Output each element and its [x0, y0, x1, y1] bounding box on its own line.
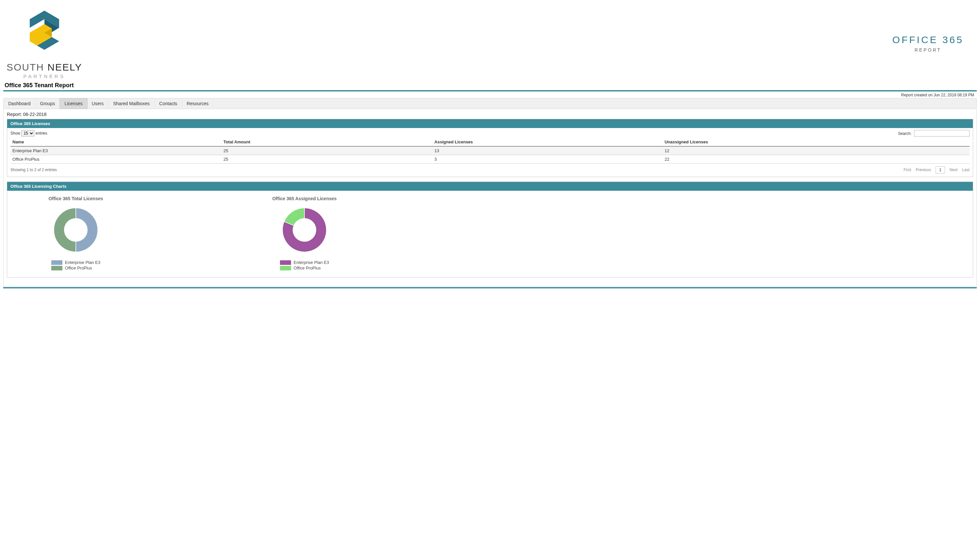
- table-footer: Showing 1 to 2 of 2 entries First Previo…: [10, 166, 970, 173]
- tab-users[interactable]: Users: [87, 98, 109, 109]
- tab-contacts[interactable]: Contacts: [154, 98, 182, 109]
- report-date: Report: 06-22-2018: [7, 112, 973, 117]
- company-name: SOUTH NEELY: [6, 62, 82, 73]
- charts-panel-header: Office 365 Licensing Charts: [7, 182, 973, 191]
- chart1-legend: Enterprise Plan E3 Office ProPlus: [51, 259, 100, 271]
- chart1-title: Office 365 Total Licenses: [17, 196, 135, 201]
- table-controls: Show 15 entries Search:: [10, 130, 970, 137]
- pager-next[interactable]: Next: [950, 168, 958, 172]
- divider-top: [3, 90, 977, 91]
- chart-total-licenses: Office 365 Total Licenses Enterprise Pla…: [17, 196, 135, 272]
- cell-unassigned: 22: [662, 155, 970, 164]
- legend-item: Office ProPlus: [280, 265, 329, 270]
- header-right: OFFICE 365 REPORT: [892, 5, 977, 52]
- col-unassigned[interactable]: Unassigned Licenses: [662, 138, 970, 146]
- legend-item: Office ProPlus: [51, 265, 100, 270]
- pager-last[interactable]: Last: [962, 168, 970, 172]
- chart2-title: Office 365 Assigned Licenses: [246, 196, 363, 201]
- legend-swatch: [51, 266, 62, 270]
- cell-name: Enterprise Plan E3: [10, 146, 221, 155]
- tab-content: Report: 06-22-2018 Office 365 Licenses S…: [3, 109, 977, 286]
- search-input[interactable]: [914, 130, 970, 137]
- logo-icon: [20, 5, 69, 60]
- cell-total: 25: [221, 155, 433, 164]
- charts-panel: Office 365 Licensing Charts Office 365 T…: [7, 181, 973, 278]
- show-label: Show: [10, 131, 20, 135]
- tab-bar: Dashboard Groups Licenses Users Shared M…: [3, 98, 977, 109]
- header-title: OFFICE 365: [892, 34, 964, 45]
- divider-bottom: [3, 287, 977, 288]
- cell-name: Office ProPlus: [10, 155, 221, 164]
- licenses-panel: Office 365 Licenses Show 15 entries Sear…: [7, 119, 973, 177]
- pager-page-1[interactable]: 1: [935, 166, 945, 173]
- col-name[interactable]: Name: [10, 138, 221, 146]
- legend-label: Office ProPlus: [294, 265, 321, 270]
- tab-licenses[interactable]: Licenses: [59, 98, 87, 109]
- tab-dashboard[interactable]: Dashboard: [3, 98, 36, 109]
- legend-label: Enterprise Plan E3: [294, 260, 329, 265]
- header: SOUTH NEELY PARTNERS OFFICE 365 REPORT: [3, 3, 977, 81]
- legend-swatch: [280, 266, 291, 270]
- col-total[interactable]: Total Amount: [221, 138, 433, 146]
- showing-text: Showing 1 to 2 of 2 entries: [10, 168, 57, 172]
- table-row: Enterprise Plan E3 25 13 12: [10, 146, 970, 155]
- search-label: Search:: [898, 131, 912, 136]
- chart-assigned-licenses: Office 365 Assigned Licenses Enterprise …: [246, 196, 363, 272]
- pager-previous[interactable]: Previous: [916, 168, 931, 172]
- tab-resources[interactable]: Resources: [182, 98, 214, 109]
- company-logo: SOUTH NEELY PARTNERS: [3, 5, 82, 79]
- pager: First Previous 1 Next Last: [904, 166, 970, 173]
- legend-swatch: [280, 260, 291, 265]
- table-row: Office ProPlus 25 3 22: [10, 155, 970, 164]
- legend-swatch: [51, 260, 62, 265]
- legend-item: Enterprise Plan E3: [280, 260, 329, 265]
- page-title: Office 365 Tenant Report: [5, 82, 977, 89]
- header-subtitle: REPORT: [892, 48, 964, 52]
- licenses-table: Name Total Amount Assigned Licenses Unas…: [10, 138, 970, 164]
- licenses-panel-header: Office 365 Licenses: [7, 119, 973, 128]
- entries-select[interactable]: 15: [21, 130, 34, 137]
- cell-assigned: 13: [433, 146, 663, 155]
- cell-total: 25: [221, 146, 433, 155]
- legend-label: Office ProPlus: [65, 265, 92, 270]
- cell-unassigned: 12: [662, 146, 970, 155]
- donut-chart-1: [50, 204, 102, 256]
- pager-first[interactable]: First: [904, 168, 911, 172]
- charts-row: Office 365 Total Licenses Enterprise Pla…: [10, 193, 970, 274]
- tab-groups[interactable]: Groups: [36, 98, 60, 109]
- donut-chart-2: [278, 204, 331, 256]
- entries-label: entries: [36, 131, 48, 135]
- company-sub: PARTNERS: [24, 73, 65, 79]
- cell-assigned: 3: [433, 155, 663, 164]
- legend-item: Enterprise Plan E3: [51, 260, 100, 265]
- search-box: Search:: [898, 130, 970, 137]
- chart2-legend: Enterprise Plan E3 Office ProPlus: [280, 259, 329, 271]
- col-assigned[interactable]: Assigned Licenses: [433, 138, 663, 146]
- show-entries: Show 15 entries: [10, 130, 48, 137]
- tab-shared-mailboxes[interactable]: Shared Mailboxes: [108, 98, 154, 109]
- created-on: Report created on Jun 22, 2018 08:19 PM: [3, 92, 977, 98]
- legend-label: Enterprise Plan E3: [65, 260, 100, 265]
